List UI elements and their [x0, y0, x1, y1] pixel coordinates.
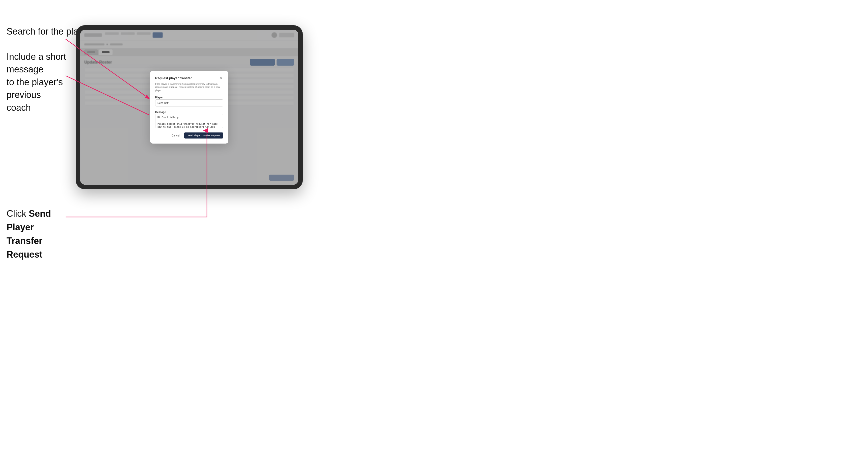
player-field-label: Player	[155, 96, 163, 99]
message-textarea[interactable]: Hi Coach McHarg, Please accept this tran…	[155, 114, 223, 128]
annotation-click: Click Send PlayerTransfer Request	[6, 207, 72, 261]
annotation-message: Include a short messageto the player's p…	[6, 51, 72, 114]
transfer-request-modal: Request player transfer × If the player …	[150, 71, 228, 144]
cancel-button[interactable]: Cancel	[169, 133, 182, 138]
message-field-label: Message	[155, 111, 166, 114]
modal-footer: Cancel Send Player Transfer Request	[155, 132, 223, 138]
tablet-frame: Update Roster Request player tr	[76, 25, 303, 189]
send-transfer-request-button[interactable]: Send Player Transfer Request	[184, 132, 223, 138]
modal-overlay: Request player transfer × If the player …	[80, 30, 298, 185]
tablet-screen: Update Roster Request player tr	[80, 30, 298, 185]
modal-close-button[interactable]: ×	[219, 76, 223, 81]
player-search-input[interactable]	[155, 99, 223, 106]
modal-header: Request player transfer ×	[155, 76, 223, 81]
modal-title: Request player transfer	[155, 76, 192, 80]
modal-description: If the player is transferring from anoth…	[155, 83, 223, 92]
